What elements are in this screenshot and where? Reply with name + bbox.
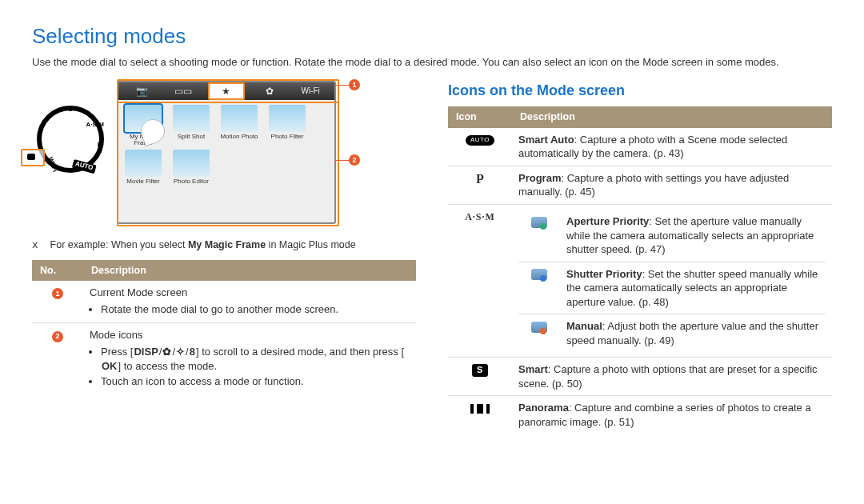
mode-screen-graphic: 1 2 📷▭▭★✿Wi-Fi My Magic FrameSplit ShotM…	[117, 81, 336, 224]
mode-dial-graphic: S A·S·M P AUTO Wi-Fi	[32, 101, 109, 178]
mode-figure: S A·S·M P AUTO Wi-Fi 1 2 📷▭▭★✿Wi-Fi My M…	[32, 81, 416, 224]
table-row: A·S·MAperture Priority: Set the aperture…	[448, 205, 832, 358]
key-glyph: 8	[189, 345, 196, 359]
table-row: AUTOSmart Auto: Capture a photo with a S…	[448, 128, 832, 166]
table-row: 1Current Mode screenRotate the mode dial…	[32, 281, 416, 323]
example-text: x For example: When you select My Magic …	[32, 238, 416, 252]
right-icon-table: Icon Description AUTOSmart Auto: Capture…	[448, 106, 832, 434]
table-row: PProgram: Capture a photo with settings …	[448, 166, 832, 204]
callout-number: 2	[52, 331, 63, 342]
manual-icon	[525, 320, 554, 334]
dial-label-s: S	[68, 106, 72, 114]
left-table-header-no: No.	[32, 260, 83, 282]
panorama-icon	[466, 402, 494, 416]
aperture-priority-icon	[525, 215, 554, 230]
auto-icon: AUTO	[466, 133, 494, 147]
screen-tab-settings: ✿	[253, 84, 286, 98]
app-item: Split Shot	[171, 105, 211, 147]
table-row: Smart: Capture a photo with options that…	[448, 358, 832, 396]
left-table-header-desc: Description	[83, 260, 416, 282]
key-glyph-ok: OK	[101, 359, 118, 374]
right-table-header-icon: Icon	[448, 106, 512, 128]
screen-tab-camera: 📷	[126, 84, 159, 98]
asm-icon: A·S·M	[465, 210, 495, 225]
program-icon: P	[466, 171, 494, 186]
app-item: Motion Photo	[219, 105, 259, 147]
shutter-priority-icon	[525, 267, 554, 282]
callout-badge-1: 1	[349, 79, 360, 90]
app-item: Movie Filter	[123, 150, 163, 185]
right-heading: Icons on the Mode screen	[448, 81, 832, 100]
key-glyph: ✿	[162, 345, 172, 359]
intro-text: Use the mode dial to select a shooting m…	[32, 55, 832, 70]
app-item: Photo Filter	[267, 105, 307, 147]
right-table-header-desc: Description	[512, 106, 832, 128]
page-title: Selecting modes	[32, 22, 832, 50]
left-description-table: No. Description 1Current Mode screenRota…	[32, 260, 416, 395]
app-item: Photo Editor	[171, 150, 211, 185]
app-item: My Magic Frame	[123, 105, 163, 147]
table-row: Panorama: Capture and combine a series o…	[448, 396, 832, 434]
screen-tab-panorama: ▭▭	[166, 84, 200, 98]
key-glyph: DISP	[133, 345, 158, 359]
key-glyph: ✧	[175, 345, 186, 359]
callout-badge-2: 2	[349, 154, 360, 166]
dial-label-asm: A·S·M	[86, 121, 104, 130]
dial-label-p: P	[98, 141, 102, 150]
table-row: 2Mode iconsPress [DISP/✿/✧/8] to scroll …	[32, 323, 416, 395]
smart-icon	[466, 363, 494, 378]
dial-indicator-icon	[21, 149, 45, 166]
screen-tab-magic-plus: ★	[208, 82, 245, 100]
callout-number: 1	[52, 288, 63, 299]
screen-tab-wifi: Wi-Fi	[294, 84, 327, 98]
